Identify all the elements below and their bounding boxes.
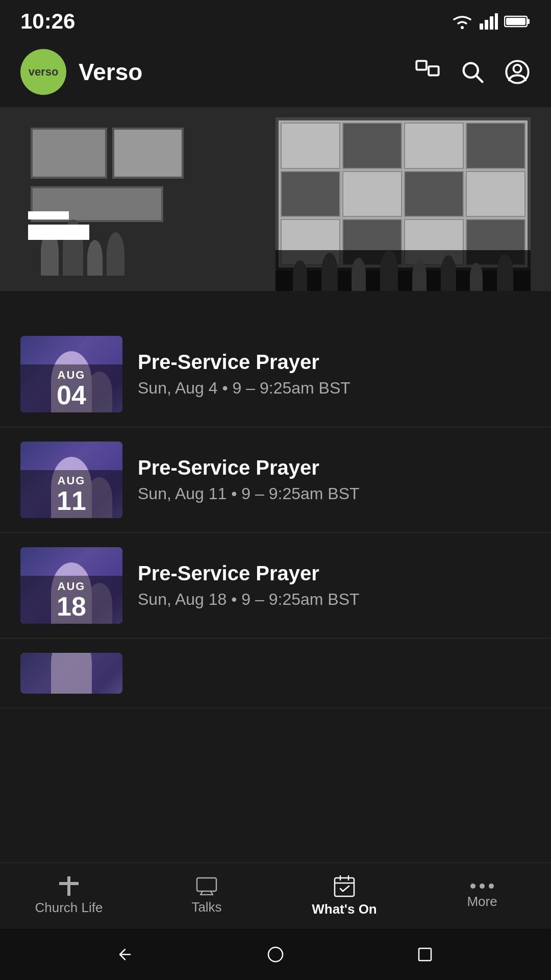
event-item[interactable]: AUG 11 Pre-Service Prayer Sun, Aug 11 • … [0, 427, 551, 533]
recents-button[interactable] [415, 944, 435, 965]
event-info: Pre-Service Prayer Sun, Aug 18 • 9 – 9:2… [138, 562, 531, 609]
event-name: Pre-Service Prayer [138, 456, 531, 479]
svg-rect-18 [335, 878, 354, 896]
app-title: Verso [79, 58, 142, 86]
app-logo[interactable]: verso [20, 49, 66, 95]
event-name: Pre-Service Prayer [138, 351, 531, 374]
svg-rect-9 [429, 66, 439, 75]
bottom-navigation: Church Life Talks What's On More [0, 863, 551, 929]
event-thumbnail [20, 653, 122, 694]
event-datetime: Sun, Aug 18 • 9 – 9:25am BST [138, 590, 531, 609]
cross-icon [59, 876, 79, 896]
svg-point-24 [489, 884, 494, 889]
status-icons [451, 13, 531, 30]
svg-rect-1 [480, 23, 483, 30]
event-thumbnail: AUG 11 [20, 442, 122, 518]
event-item[interactable]: AUG 04 Pre-Service Prayer Sun, Aug 4 • 9… [0, 322, 551, 427]
header-actions [414, 59, 531, 85]
wifi-icon [451, 13, 473, 30]
event-datetime: Sun, Aug 4 • 9 – 9:25am BST [138, 379, 531, 398]
svg-rect-3 [490, 16, 493, 30]
event-item[interactable]: AUG 18 Pre-Service Prayer Sun, Aug 18 • … [0, 533, 551, 639]
status-time: 10:26 [20, 9, 75, 34]
svg-rect-7 [506, 18, 525, 25]
event-day: 04 [27, 382, 116, 408]
profile-icon[interactable] [504, 59, 531, 85]
svg-point-0 [461, 26, 464, 29]
event-name: Pre-Service Prayer [138, 562, 531, 585]
svg-rect-2 [485, 20, 488, 30]
svg-rect-6 [527, 19, 530, 24]
calendar-check-icon [334, 875, 355, 897]
battery-icon [504, 14, 531, 29]
chat-icon[interactable] [414, 59, 441, 85]
more-dots-icon [469, 883, 495, 890]
nav-label-whats-on: What's On [312, 901, 377, 917]
nav-item-church-life[interactable]: Church Life [0, 863, 138, 929]
event-info: Pre-Service Prayer Sun, Aug 11 • 9 – 9:2… [138, 456, 531, 503]
svg-point-22 [470, 884, 475, 889]
status-bar: 10:26 [0, 0, 551, 39]
svg-rect-4 [495, 13, 498, 30]
android-navigation-bar [0, 929, 551, 980]
event-info: Pre-Service Prayer Sun, Aug 4 • 9 – 9:25… [138, 351, 531, 398]
event-item[interactable] [0, 639, 551, 708]
home-button[interactable] [265, 944, 286, 965]
svg-point-13 [513, 65, 521, 72]
svg-line-11 [477, 76, 483, 82]
event-datetime: Sun, Aug 11 • 9 – 9:25am BST [138, 484, 531, 503]
events-list: AUG 04 Pre-Service Prayer Sun, Aug 4 • 9… [0, 322, 551, 719]
svg-rect-26 [419, 948, 431, 961]
svg-point-23 [480, 884, 485, 889]
nav-label-talks: Talks [191, 899, 221, 915]
svg-point-25 [268, 947, 283, 962]
logo-text: verso [29, 65, 59, 79]
nav-label-more: More [467, 894, 497, 910]
event-day: 18 [27, 593, 116, 620]
nav-item-more[interactable]: More [413, 863, 551, 929]
signal-icon [480, 13, 498, 30]
nav-label-church-life: Church Life [35, 900, 103, 916]
event-day: 11 [27, 487, 116, 514]
event-thumbnail: AUG 18 [20, 547, 122, 624]
event-thumbnail: AUG 04 [20, 336, 122, 412]
nav-item-talks[interactable]: Talks [138, 863, 276, 929]
search-icon[interactable] [459, 59, 486, 85]
svg-rect-8 [416, 61, 427, 69]
svg-rect-14 [197, 878, 216, 891]
hero-banner [0, 107, 551, 291]
header-left: verso Verso [20, 49, 142, 95]
header: verso Verso [0, 39, 551, 107]
monitor-icon [196, 877, 217, 895]
back-button[interactable] [116, 944, 136, 965]
nav-item-whats-on[interactable]: What's On [276, 863, 413, 929]
